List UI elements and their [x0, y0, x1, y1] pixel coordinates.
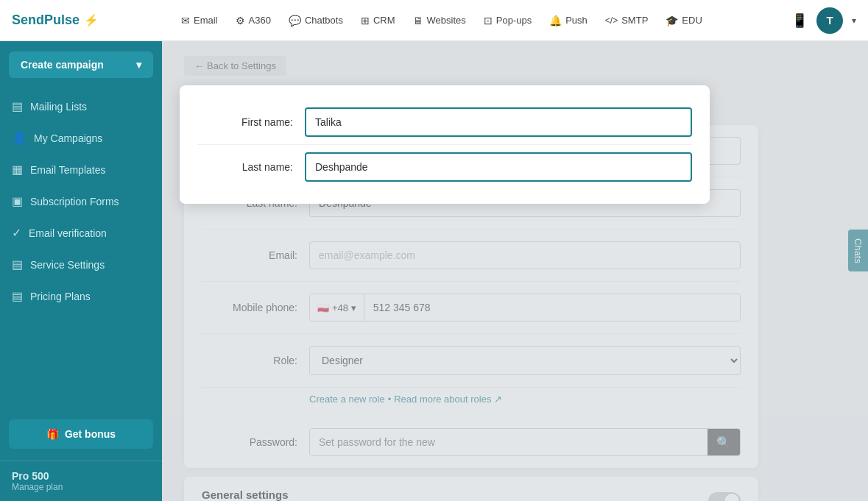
last-name-popup-row: Last name: [197, 145, 692, 189]
back-to-settings-label: Back to Settings [207, 60, 276, 71]
name-popup-card: First name: Last name: [180, 85, 710, 204]
phone-code: +48 ▾ [332, 302, 356, 313]
sidebar-item-pricing-plans-label: Pricing Plans [30, 291, 91, 302]
create-new-role-link[interactable]: Create a new role [309, 394, 385, 405]
first-name-popup-label: First name: [197, 116, 293, 128]
phone-flag-selector[interactable]: 🇵🇱 +48 ▾ [310, 294, 364, 321]
nav-crm-label: CRM [373, 15, 395, 26]
plan-name: Pro 500 [12, 470, 150, 482]
service-settings-icon: ▤ [12, 257, 23, 271]
nav-item-email[interactable]: ✉Email [174, 10, 225, 31]
get-bonus-gift-icon: 🎁 [46, 428, 59, 440]
sidebar-item-email-templates-label: Email Templates [30, 164, 105, 176]
popups-icon: ⊡ [484, 15, 493, 26]
mailing-lists-icon: ▤ [12, 99, 23, 113]
role-row: Role: Designer Manager Admin Editor [202, 334, 741, 388]
main-layout: Create campaign ▾ ▤ Mailing Lists 👤 My C… [0, 41, 868, 501]
role-label: Role: [202, 355, 297, 366]
crm-icon: ⊞ [361, 15, 370, 26]
user-avatar[interactable]: T [816, 7, 843, 34]
sidebar-item-service-settings[interactable]: ▤ Service Settings [0, 249, 162, 280]
sidebar: Create campaign ▾ ▤ Mailing Lists 👤 My C… [0, 41, 162, 501]
first-name-popup-input[interactable] [305, 107, 692, 137]
nav-items-list: ✉Email ⚙A360 💬Chatbots ⊞CRM 🖥Websites ⊡P… [174, 10, 791, 31]
manage-plan-link[interactable]: Manage plan [12, 482, 150, 492]
smtp-icon: </> [605, 15, 618, 26]
first-name-popup-row: First name: [197, 100, 692, 145]
generate-password-button[interactable]: 🔍 [708, 429, 740, 455]
read-more-roles-link[interactable]: Read more about roles ↗ [394, 394, 502, 405]
sidebar-footer: Pro 500 Manage plan [0, 461, 162, 501]
push-icon: 🔔 [549, 15, 562, 26]
main-content: ← Back to Settings Invite a new user Fir… [162, 41, 868, 501]
create-campaign-button[interactable]: Create campaign ▾ [9, 51, 153, 78]
back-to-settings-link[interactable]: ← Back to Settings [184, 56, 286, 76]
nav-item-smtp[interactable]: </>SMTP [598, 10, 655, 30]
nav-push-label: Push [565, 15, 588, 26]
nav-item-websites[interactable]: 🖥Websites [406, 10, 473, 31]
nav-right-area: 📱 T ▾ [791, 7, 856, 34]
app-logo[interactable]: SendPulse⚡ [12, 13, 174, 28]
phone-number-input[interactable] [364, 294, 740, 321]
last-name-popup-label: Last name: [197, 161, 293, 173]
sidebar-item-mailing-lists[interactable]: ▤ Mailing Lists [0, 91, 162, 121]
role-links-row: Create a new role • Read more about role… [309, 388, 741, 416]
nav-item-chatbots[interactable]: 💬Chatbots [281, 10, 350, 31]
general-settings-title: General settings [202, 488, 346, 501]
sidebar-item-service-settings-label: Service Settings [30, 259, 105, 271]
nav-edu-label: EDU [682, 15, 702, 26]
sidebar-item-my-campaigns[interactable]: 👤 My Campaigns [0, 123, 162, 153]
general-settings-text: General settings Manage access to paymen… [202, 488, 346, 501]
mobile-phone-label: Mobile phone: [202, 302, 297, 313]
create-campaign-label: Create campaign [21, 59, 104, 71]
email-row: Email: [202, 230, 741, 282]
sidebar-item-subscription-forms-label: Subscription Forms [30, 196, 119, 207]
chatbots-icon: 💬 [289, 15, 301, 26]
nav-item-crm[interactable]: ⊞CRM [353, 10, 403, 31]
logo-icon: ⚡ [84, 13, 99, 27]
sidebar-item-email-verification[interactable]: ✓ Email verification [0, 218, 162, 248]
nav-chatbots-label: Chatbots [305, 15, 343, 26]
email-verification-icon: ✓ [12, 226, 21, 240]
a360-icon: ⚙ [236, 15, 245, 26]
general-settings-toggle[interactable] [708, 492, 741, 502]
role-separator: • [388, 394, 392, 405]
search-icon: 🔍 [716, 436, 731, 450]
pricing-plans-icon: ▤ [12, 289, 23, 303]
email-input[interactable] [309, 241, 741, 269]
nav-item-push[interactable]: 🔔Push [542, 10, 595, 31]
get-bonus-label: Get bonus [65, 428, 116, 440]
logo-text: SendPulse [12, 13, 80, 28]
sidebar-navigation: ▤ Mailing Lists 👤 My Campaigns ▦ Email T… [0, 88, 162, 413]
back-arrow-icon: ← [194, 60, 204, 71]
nav-item-popups[interactable]: ⊡Pop-ups [476, 10, 539, 31]
password-row: Password: 🔍 [202, 416, 741, 468]
flag-emoji: 🇵🇱 [317, 302, 329, 313]
mobile-icon[interactable]: 📱 [791, 13, 808, 29]
nav-item-a360[interactable]: ⚙A360 [228, 10, 278, 31]
password-wrapper: 🔍 [309, 428, 741, 456]
sidebar-item-subscription-forms[interactable]: ▣ Subscription Forms [0, 186, 162, 216]
last-name-popup-input[interactable] [305, 152, 692, 182]
my-campaigns-icon: 👤 [12, 131, 27, 145]
top-navigation: SendPulse⚡ ✉Email ⚙A360 💬Chatbots ⊞CRM 🖥… [0, 0, 868, 41]
sidebar-item-email-verification-label: Email verification [29, 227, 107, 239]
sidebar-item-mailing-lists-label: Mailing Lists [30, 101, 87, 113]
email-icon: ✉ [181, 15, 190, 26]
nav-a360-label: A360 [249, 15, 271, 26]
password-input[interactable] [310, 429, 708, 455]
subscription-forms-icon: ▣ [12, 194, 23, 208]
chats-tab[interactable]: Chats [848, 230, 868, 272]
websites-icon: 🖥 [413, 15, 423, 26]
email-label: Email: [202, 249, 297, 261]
mobile-phone-row: Mobile phone: 🇵🇱 +48 ▾ [202, 282, 741, 334]
nav-item-edu[interactable]: 🎓EDU [658, 10, 709, 31]
sidebar-item-pricing-plans[interactable]: ▤ Pricing Plans [0, 281, 162, 311]
role-select[interactable]: Designer Manager Admin Editor [309, 346, 741, 375]
nav-websites-label: Websites [427, 15, 466, 26]
get-bonus-button[interactable]: 🎁 Get bonus [9, 419, 153, 449]
nav-email-label: Email [194, 15, 218, 26]
edu-icon: 🎓 [666, 15, 678, 26]
avatar-chevron-icon[interactable]: ▾ [852, 15, 856, 26]
sidebar-item-email-templates[interactable]: ▦ Email Templates [0, 154, 162, 185]
